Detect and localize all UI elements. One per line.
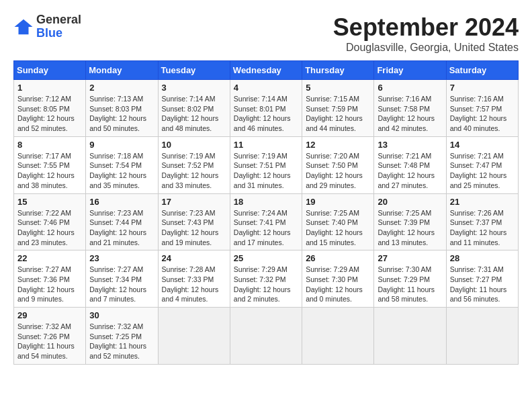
day-info: Sunrise: 7:19 AM Sunset: 7:51 PM Dayligh… [234,151,298,191]
calendar-cell: 19Sunrise: 7:25 AM Sunset: 7:40 PM Dayli… [302,193,374,250]
calendar-cell: 28Sunrise: 7:31 AM Sunset: 7:27 PM Dayli… [446,250,518,308]
day-info: Sunrise: 7:28 AM Sunset: 7:33 PM Dayligh… [162,265,226,304]
calendar-cell: 30Sunrise: 7:32 AM Sunset: 7:25 PM Dayli… [86,308,158,365]
day-number: 30 [89,310,154,320]
day-info: Sunrise: 7:12 AM Sunset: 8:05 PM Dayligh… [17,94,82,134]
day-number: 7 [450,83,515,93]
day-info: Sunrise: 7:32 AM Sunset: 7:25 PM Dayligh… [89,322,154,361]
calendar-cell: 6Sunrise: 7:16 AM Sunset: 7:58 PM Daylig… [374,80,446,137]
page-header: General Blue September 2024 Douglasville… [13,13,519,54]
day-number: 5 [306,83,370,93]
calendar-cell: 14Sunrise: 7:21 AM Sunset: 7:47 PM Dayli… [446,136,518,193]
calendar-cell: 18Sunrise: 7:24 AM Sunset: 7:41 PM Dayli… [230,193,302,250]
calendar-header-row: SundayMondayTuesdayWednesdayThursdayFrid… [14,61,519,80]
day-info: Sunrise: 7:30 AM Sunset: 7:29 PM Dayligh… [378,265,442,304]
calendar-cell: 2Sunrise: 7:13 AM Sunset: 8:03 PM Daylig… [86,80,158,137]
calendar-cell [374,308,446,365]
day-info: Sunrise: 7:29 AM Sunset: 7:32 PM Dayligh… [234,265,298,304]
calendar-cell: 23Sunrise: 7:27 AM Sunset: 7:34 PM Dayli… [86,250,158,308]
col-header-sunday: Sunday [14,61,86,80]
day-number: 25 [234,253,298,263]
col-header-tuesday: Tuesday [158,61,230,80]
day-number: 18 [234,197,298,207]
day-number: 8 [17,140,82,150]
calendar-cell [230,308,302,365]
logo: General Blue [13,13,81,40]
calendar-cell: 5Sunrise: 7:15 AM Sunset: 7:59 PM Daylig… [302,80,374,137]
day-number: 2 [89,83,154,93]
day-number: 23 [89,253,154,263]
day-number: 9 [89,140,154,150]
calendar-cell: 10Sunrise: 7:19 AM Sunset: 7:52 PM Dayli… [158,136,230,193]
calendar-cell: 3Sunrise: 7:14 AM Sunset: 8:02 PM Daylig… [158,80,230,137]
day-info: Sunrise: 7:22 AM Sunset: 7:46 PM Dayligh… [17,208,82,248]
calendar-table: SundayMondayTuesdayWednesdayThursdayFrid… [13,60,519,365]
calendar-cell: 12Sunrise: 7:20 AM Sunset: 7:50 PM Dayli… [302,136,374,193]
day-number: 6 [378,83,442,93]
calendar-cell [446,308,518,365]
day-number: 27 [378,253,442,263]
day-info: Sunrise: 7:25 AM Sunset: 7:39 PM Dayligh… [378,208,442,248]
calendar-cell [158,308,230,365]
day-info: Sunrise: 7:13 AM Sunset: 8:03 PM Dayligh… [89,94,154,134]
day-info: Sunrise: 7:31 AM Sunset: 7:27 PM Dayligh… [450,265,515,304]
calendar-cell: 21Sunrise: 7:26 AM Sunset: 7:37 PM Dayli… [446,193,518,250]
day-number: 1 [17,83,82,93]
day-info: Sunrise: 7:18 AM Sunset: 7:54 PM Dayligh… [89,151,154,191]
day-number: 26 [306,253,370,263]
day-info: Sunrise: 7:23 AM Sunset: 7:44 PM Dayligh… [89,208,154,248]
calendar-cell: 20Sunrise: 7:25 AM Sunset: 7:39 PM Dayli… [374,193,446,250]
calendar-cell: 22Sunrise: 7:27 AM Sunset: 7:36 PM Dayli… [14,250,86,308]
day-info: Sunrise: 7:27 AM Sunset: 7:36 PM Dayligh… [17,265,82,304]
day-number: 10 [162,140,226,150]
day-number: 14 [450,140,515,150]
col-header-saturday: Saturday [446,61,518,80]
day-number: 4 [234,83,298,93]
day-info: Sunrise: 7:24 AM Sunset: 7:41 PM Dayligh… [234,208,298,248]
title-area: September 2024 Douglasville, Georgia, Un… [333,13,519,54]
calendar-cell: 24Sunrise: 7:28 AM Sunset: 7:33 PM Dayli… [158,250,230,308]
calendar-cell: 11Sunrise: 7:19 AM Sunset: 7:51 PM Dayli… [230,136,302,193]
calendar-week-row: 22Sunrise: 7:27 AM Sunset: 7:36 PM Dayli… [14,250,519,308]
day-info: Sunrise: 7:19 AM Sunset: 7:52 PM Dayligh… [162,151,226,191]
calendar-cell: 26Sunrise: 7:29 AM Sunset: 7:30 PM Dayli… [302,250,374,308]
day-number: 21 [450,197,515,207]
calendar-cell: 16Sunrise: 7:23 AM Sunset: 7:44 PM Dayli… [86,193,158,250]
day-number: 29 [17,310,82,320]
calendar-cell: 25Sunrise: 7:29 AM Sunset: 7:32 PM Dayli… [230,250,302,308]
calendar-cell: 27Sunrise: 7:30 AM Sunset: 7:29 PM Dayli… [374,250,446,308]
day-number: 12 [306,140,370,150]
day-info: Sunrise: 7:14 AM Sunset: 8:01 PM Dayligh… [234,94,298,134]
calendar-cell: 8Sunrise: 7:17 AM Sunset: 7:55 PM Daylig… [14,136,86,193]
calendar-cell: 7Sunrise: 7:16 AM Sunset: 7:57 PM Daylig… [446,80,518,137]
calendar-week-row: 8Sunrise: 7:17 AM Sunset: 7:55 PM Daylig… [14,136,519,193]
calendar-cell: 15Sunrise: 7:22 AM Sunset: 7:46 PM Dayli… [14,193,86,250]
day-number: 16 [89,197,154,207]
day-info: Sunrise: 7:14 AM Sunset: 8:02 PM Dayligh… [162,94,226,134]
day-number: 19 [306,197,370,207]
day-number: 20 [378,197,442,207]
day-info: Sunrise: 7:16 AM Sunset: 7:57 PM Dayligh… [450,94,515,134]
calendar-week-row: 29Sunrise: 7:32 AM Sunset: 7:26 PM Dayli… [14,308,519,365]
svg-marker-0 [15,19,33,35]
col-header-thursday: Thursday [302,61,374,80]
day-number: 17 [162,197,226,207]
calendar-cell: 9Sunrise: 7:18 AM Sunset: 7:54 PM Daylig… [86,136,158,193]
calendar-cell [302,308,374,365]
day-info: Sunrise: 7:21 AM Sunset: 7:47 PM Dayligh… [450,151,515,191]
day-info: Sunrise: 7:26 AM Sunset: 7:37 PM Dayligh… [450,208,515,248]
day-number: 28 [450,253,515,263]
day-info: Sunrise: 7:25 AM Sunset: 7:40 PM Dayligh… [306,208,370,248]
month-title: September 2024 [333,13,519,42]
logo-text: General Blue [36,13,81,40]
day-info: Sunrise: 7:27 AM Sunset: 7:34 PM Dayligh… [89,265,154,304]
col-header-friday: Friday [374,61,446,80]
calendar-cell: 17Sunrise: 7:23 AM Sunset: 7:43 PM Dayli… [158,193,230,250]
day-number: 13 [378,140,442,150]
calendar-cell: 1Sunrise: 7:12 AM Sunset: 8:05 PM Daylig… [14,80,86,137]
day-number: 11 [234,140,298,150]
calendar-cell: 4Sunrise: 7:14 AM Sunset: 8:01 PM Daylig… [230,80,302,137]
day-number: 3 [162,83,226,93]
day-info: Sunrise: 7:17 AM Sunset: 7:55 PM Dayligh… [17,151,82,191]
location: Douglasville, Georgia, United States [333,42,519,54]
